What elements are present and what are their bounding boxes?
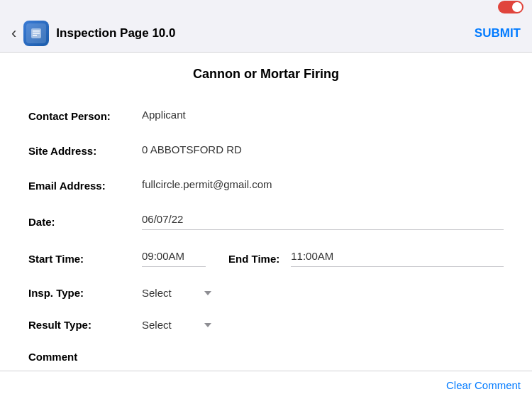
site-address-value: 0 ABBOTSFORD RD [142, 143, 504, 158]
comment-label: Comment [28, 351, 142, 363]
result-type-select[interactable]: Select [142, 319, 211, 331]
svg-rect-1 [33, 31, 40, 32]
header: ‹ Inspection Page 10.0 SUBMIT [0, 14, 532, 53]
time-row: Start Time: 09:00AM End Time: 11:00AM [28, 240, 504, 277]
date-row: Date: 06/07/22 [28, 203, 504, 240]
page-title: Inspection Page 10.0 [56, 26, 175, 40]
end-time-label: End Time: [228, 253, 279, 265]
contact-person-row: Contact Person: Applicant [28, 99, 504, 133]
result-type-row: Result Type: Select [28, 309, 504, 341]
email-address-label: Email Address: [28, 178, 142, 192]
result-type-label: Result Type: [28, 319, 142, 331]
form-title: Cannon or Mortar Firing [0, 67, 532, 82]
submit-button[interactable]: SUBMIT [475, 26, 521, 40]
header-left: ‹ Inspection Page 10.0 [11, 21, 176, 46]
contact-person-label: Contact Person: [28, 109, 142, 122]
end-time-value[interactable]: 11:00AM [291, 250, 504, 267]
content-wrapper: Cannon or Mortar Firing Contact Person: … [0, 53, 532, 399]
date-label: Date: [28, 216, 142, 228]
insp-type-select[interactable]: Select [142, 287, 211, 299]
start-time-value[interactable]: 09:00AM [142, 250, 206, 267]
svg-rect-2 [33, 33, 40, 34]
clear-comment-button[interactable]: Clear Comment [446, 379, 521, 391]
email-address-row: Email Address: fullcircle.permit@gmail.c… [28, 168, 504, 203]
date-value[interactable]: 06/07/22 [142, 213, 504, 230]
site-address-row: Site Address: 0 ABBOTSFORD RD [28, 133, 504, 168]
insp-type-value: Select [142, 287, 199, 299]
result-type-chevron-icon [204, 323, 211, 327]
status-bar [0, 0, 532, 14]
back-button[interactable]: ‹ [11, 26, 16, 41]
start-time-label: Start Time: [28, 253, 142, 265]
comment-row: Comment [28, 341, 504, 363]
toggle-knob [512, 2, 522, 12]
insp-type-chevron-icon [204, 291, 211, 295]
form-body: Contact Person: Applicant Site Address: … [0, 99, 532, 363]
app-icon [23, 21, 49, 46]
form-content: Cannon or Mortar Firing Contact Person: … [0, 53, 532, 377]
result-type-value: Select [142, 319, 199, 331]
site-address-label: Site Address: [28, 143, 142, 157]
app-icon-inner [26, 23, 46, 43]
bottom-bar: Clear Comment [0, 371, 532, 399]
email-address-value: fullcircle.permit@gmail.com [142, 178, 504, 193]
svg-rect-3 [33, 35, 37, 36]
toggle-icon[interactable] [498, 1, 523, 13]
insp-type-row: Insp. Type: Select [28, 277, 504, 309]
contact-person-value: Applicant [142, 109, 504, 124]
insp-type-label: Insp. Type: [28, 287, 142, 299]
